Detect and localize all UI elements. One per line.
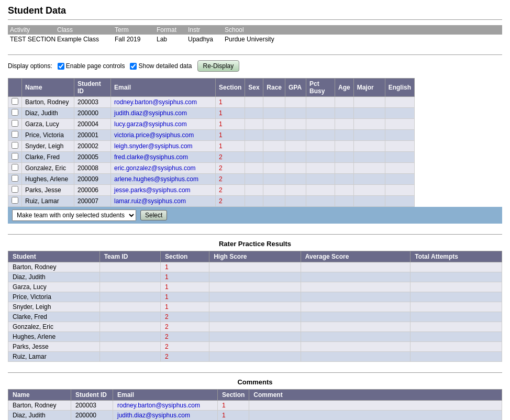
student-checkbox[interactable] [12,153,18,160]
student-row: Garza, Lucy 200004 lucy.garza@sysiphus.c… [8,119,415,130]
student-sex [245,108,263,119]
activity-value: TEST SECTION [10,36,57,43]
student-checkbox[interactable] [12,131,18,138]
student-name: Barton, Rodney [22,97,74,108]
redisplay-button[interactable]: Re-Display [197,60,240,72]
student-checkbox[interactable] [12,186,18,193]
enable-page-controls-label[interactable]: Enable page controls [58,62,125,70]
student-race [263,163,285,174]
show-detailed-label[interactable]: Show detailed data [130,62,192,70]
rater-row: Snyder, Leigh 1 [8,302,502,312]
student-row: Parks, Jesse 200006 jesse.parks@sysiphus… [8,185,415,196]
student-table: Name Student ID Email Section Sex Race G… [8,78,415,207]
student-section: 2 [216,174,245,185]
comments-sid-col: Student ID [71,390,113,401]
instr-header: Instr [188,26,225,34]
student-email-link[interactable]: eric.gonzalez@sysiphus.com [114,164,196,172]
rater-student: Diaz, Judith [8,272,100,282]
student-email-link[interactable]: rodney.barton@sysiphus.com [114,98,197,106]
rater-teamid [99,292,160,302]
rater-results-section: Rater Practice Results Student Team ID S… [8,240,502,362]
student-major [353,163,385,174]
student-gpa [285,185,306,196]
term-header: Term [115,26,157,34]
show-detailed-checkbox[interactable] [130,63,137,70]
student-major [353,152,385,163]
activity-section: Activity Class Term Format Instr School … [8,25,502,44]
rater-avg [301,352,411,362]
student-sid: 200004 [74,119,111,130]
activity-header: Activity [10,26,57,34]
student-email-link[interactable]: leigh.snyder@sysiphus.com [114,142,193,150]
rater-section: 1 [161,292,209,302]
student-checkbox-cell [8,97,22,108]
student-english [385,185,414,196]
student-section: 1 [216,108,245,119]
student-pctbusy [306,119,335,130]
select-button[interactable]: Select [140,210,167,220]
comment-email-link[interactable]: rodney.barton@sysiphus.com [117,402,200,409]
comment-section: 1 [218,411,249,421]
student-email: arlene.hughes@sysiphus.com [111,174,216,185]
student-checkbox[interactable] [12,164,18,171]
student-checkbox[interactable] [12,142,18,149]
rater-avg [301,312,411,322]
student-english [385,152,414,163]
rater-total [411,272,502,282]
student-race [263,119,285,130]
student-name: Hughes, Arlene [22,174,74,185]
student-row: Barton, Rodney 200003 rodney.barton@sysi… [8,97,415,108]
rater-avg [301,302,411,312]
student-sex [245,97,263,108]
rater-avg [301,332,411,342]
rater-teamid [99,272,160,282]
name-col-header: Name [22,79,74,97]
rater-teamid [99,282,160,292]
rater-avg [301,292,411,302]
student-email-link[interactable]: victoria.price@sysiphus.com [114,131,194,139]
team-action-dropdown[interactable]: Make team with only selected students [12,209,136,221]
student-email-link[interactable]: jesse.parks@sysiphus.com [114,186,191,194]
student-section: 1 [216,141,245,152]
student-checkbox-cell [8,196,22,207]
rater-high [209,282,301,292]
student-checkbox[interactable] [12,109,18,116]
school-header: School [225,26,329,34]
rater-avg [301,282,411,292]
student-name: Diaz, Judith [22,108,74,119]
enable-page-controls-checkbox[interactable] [58,63,64,70]
student-english [385,174,414,185]
student-checkbox[interactable] [12,120,18,127]
student-sex [245,196,263,207]
comment-email-link[interactable]: judith.diaz@sysiphus.com [117,412,190,419]
student-email-link[interactable]: lamar.ruiz@sysiphus.com [114,197,186,205]
term-value: Fall 2019 [115,36,157,43]
rater-total [411,302,502,312]
student-email-link[interactable]: arlene.hughes@sysiphus.com [114,175,198,183]
rater-high [209,292,301,302]
student-row: Diaz, Judith 200000 judith.diaz@sysiphus… [8,108,415,119]
student-email-link[interactable]: lucy.garza@sysiphus.com [114,120,187,128]
student-checkbox[interactable] [12,197,18,204]
student-gpa [285,97,306,108]
student-email-link[interactable]: judith.diaz@sysiphus.com [114,109,187,117]
rater-section: 2 [161,342,209,352]
comment-sid: 200003 [71,401,113,411]
student-sid: 200008 [74,163,111,174]
student-name: Gonzalez, Eric [22,163,74,174]
rater-avg-col: Average Score [301,251,411,262]
rater-high [209,312,301,322]
rater-teamid [99,352,160,362]
student-checkbox[interactable] [12,98,18,105]
student-sid: 200007 [74,196,111,207]
student-email: victoria.price@sysiphus.com [111,130,216,141]
student-major [353,196,385,207]
student-name: Garza, Lucy [22,119,74,130]
student-checkbox[interactable] [12,175,18,182]
rater-high [209,352,301,362]
student-email: judith.diaz@sysiphus.com [111,108,216,119]
rater-high [209,332,301,342]
student-english [385,108,414,119]
student-email-link[interactable]: fred.clarke@sysiphus.com [114,153,188,161]
sex-col-header: Sex [245,79,263,97]
